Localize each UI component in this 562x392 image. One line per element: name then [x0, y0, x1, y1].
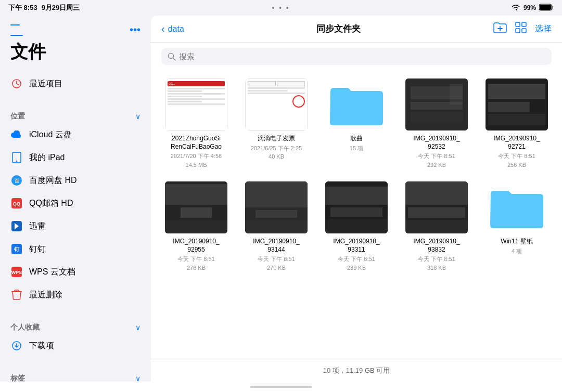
svg-rect-41	[325, 187, 388, 205]
content-area: ‹ data 同步文件夹	[151, 16, 562, 382]
sidebar-item-dingding[interactable]: 钉 钉钉	[0, 238, 151, 260]
file-thumb-doc: 2021	[165, 79, 227, 130]
svg-rect-35	[165, 220, 227, 233]
folder-icon-win11	[488, 185, 545, 230]
file-thumb-93144	[245, 181, 308, 233]
svg-rect-29	[488, 84, 545, 99]
file-thumb-92721	[486, 79, 548, 130]
file-meta-4: 今天 下午 8:51292 KB	[418, 152, 455, 169]
file-name-6: IMG_20190910_92955	[173, 238, 219, 254]
svg-text:钉: 钉	[14, 246, 20, 252]
svg-rect-46	[408, 207, 465, 218]
sidebar-item-baidu[interactable]: 百 百度网盘 HD	[0, 169, 151, 192]
download-label: 下载项	[29, 341, 54, 351]
tags-title: 标签	[10, 374, 25, 382]
sidebar-header: •••	[0, 24, 151, 40]
dingding-label: 钉钉	[29, 244, 46, 255]
status-date: 9月29日周三	[42, 3, 80, 12]
recent-icon	[10, 77, 23, 90]
status-bar-right: 99%	[511, 4, 554, 12]
nav-left: ‹ data	[161, 23, 184, 35]
svg-rect-1	[540, 5, 551, 10]
sidebar-item-icloud[interactable]: iCloud 云盘	[0, 123, 151, 146]
qq-icon: QQ	[10, 197, 23, 210]
svg-point-5	[16, 161, 17, 162]
svg-rect-17	[516, 22, 520, 27]
search-input[interactable]	[179, 52, 545, 61]
file-thumb-92955	[165, 181, 227, 233]
favorites-chevron[interactable]: ∨	[135, 323, 140, 332]
file-meta-7: 今天 下午 8:51270 KB	[258, 255, 295, 272]
file-item-92721[interactable]: IMG_20190910_92721 今天 下午 8:51256 KB	[482, 79, 552, 169]
folder-icon-songs	[328, 82, 385, 127]
file-item-92955[interactable]: IMG_20190910_92955 今天 下午 8:51278 KB	[161, 181, 231, 272]
download-icon	[10, 339, 23, 352]
tags-chevron[interactable]: ∨	[135, 374, 140, 382]
sidebar-item-wps[interactable]: WPS WPS 云文档	[0, 260, 151, 283]
content-footer: 10 项，11.19 GB 可用	[151, 361, 562, 382]
nav-path[interactable]: data	[168, 24, 184, 34]
favorites-section-header: 个人收藏 ∨	[0, 315, 151, 334]
icloud-label: iCloud 云盘	[29, 129, 72, 140]
file-grid: 2021 2021ZhongGuoSiRenCaiFuBaoGao 20	[151, 70, 562, 361]
svg-rect-42	[330, 207, 382, 217]
battery-icon	[539, 4, 554, 12]
file-meta-6: 今天 下午 8:51278 KB	[177, 255, 215, 272]
location-section-header: 位置 ∨	[0, 103, 151, 123]
svg-text:WPS: WPS	[11, 270, 22, 275]
file-item-win11[interactable]: Win11 壁纸 4 项	[482, 181, 552, 272]
svg-text:QQ: QQ	[13, 201, 20, 206]
file-item-93832[interactable]: IMG_20190910_93832 今天 下午 8:51318 KB	[402, 181, 471, 272]
grid-icon[interactable]	[515, 22, 527, 36]
favorites-title: 个人收藏	[10, 323, 40, 332]
file-meta-1: 2021/7/20 下午 4:5614.5 MB	[171, 152, 222, 169]
sidebar-item-qq[interactable]: QQ QQ邮箱 HD	[0, 192, 151, 215]
file-item-songs[interactable]: 歌曲 15 项	[322, 79, 391, 169]
svg-rect-45	[405, 181, 468, 205]
home-bar	[250, 386, 312, 388]
file-name-1: 2021ZhongGuoSiRenCaiFuBaoGao	[171, 135, 222, 151]
sidebar-item-ipad[interactable]: 我的 iPad	[0, 146, 151, 169]
baidu-icon: 百	[10, 174, 23, 187]
status-bar-left: 下午 8:53 9月29日周三	[8, 3, 80, 12]
location-title: 位置	[10, 112, 25, 121]
content-header: ‹ data 同步文件夹	[151, 16, 562, 43]
file-thumb-93311	[325, 181, 388, 233]
sidebar-item-xunlei[interactable]: 迅雷	[0, 215, 151, 238]
svg-rect-31	[488, 114, 545, 125]
back-icon[interactable]: ‹	[161, 23, 165, 35]
sidebar-item-recycle[interactable]: 最近删除	[0, 283, 151, 306]
sidebar-item-download[interactable]: 下载项	[0, 334, 151, 357]
tags-section-header: 标签 ∨	[0, 365, 151, 382]
svg-rect-33	[165, 184, 227, 205]
home-indicator	[0, 382, 562, 392]
file-thumb-invoice	[245, 79, 308, 130]
sidebar-item-recent[interactable]: 最近项目	[0, 72, 151, 95]
file-meta-2: 2021/6/25 下午 2:2540 KB	[251, 144, 302, 161]
file-item-doc[interactable]: 2021 2021ZhongGuoSiRenCaiFuBaoGao 20	[161, 79, 231, 169]
svg-rect-43	[325, 219, 388, 233]
add-folder-icon[interactable]	[493, 22, 507, 36]
file-item-93311[interactable]: IMG_20190910_93311 今天 下午 8:51289 KB	[322, 181, 391, 272]
sidebar-toggle-icon[interactable]	[10, 24, 25, 36]
status-bar-center: • • •	[272, 4, 290, 11]
select-button[interactable]: 选择	[535, 23, 552, 34]
file-item-invoice[interactable]: 滴滴电子发票 2021/6/25 下午 2:2540 KB	[241, 79, 311, 169]
svg-rect-37	[245, 181, 308, 207]
svg-rect-18	[522, 22, 526, 27]
file-item-92532[interactable]: IMG_20190910_92532 今天 下午 8:51292 KB	[402, 79, 471, 169]
file-meta-8: 今天 下午 8:51289 KB	[338, 255, 375, 272]
status-bar: 下午 8:53 9月29日周三 • • • 99%	[0, 0, 562, 16]
location-chevron[interactable]: ∨	[135, 112, 140, 121]
svg-rect-20	[522, 29, 526, 33]
search-icon	[168, 53, 176, 61]
search-bar	[151, 43, 562, 70]
file-thumb-93832	[405, 181, 468, 233]
sidebar-more-icon[interactable]: •••	[130, 24, 140, 36]
baidu-label: 百度网盘 HD	[29, 175, 77, 186]
file-item-93144[interactable]: IMG_20190910_93144 今天 下午 8:51270 KB	[241, 181, 311, 272]
file-thumb-92532	[405, 79, 468, 130]
file-name-3: 歌曲	[350, 135, 363, 143]
footer-status: 10 项，11.19 GB 可用	[323, 367, 390, 374]
app-container: ••• 文件 最近项目 位置 ∨ iCloud 云盘	[0, 16, 562, 382]
